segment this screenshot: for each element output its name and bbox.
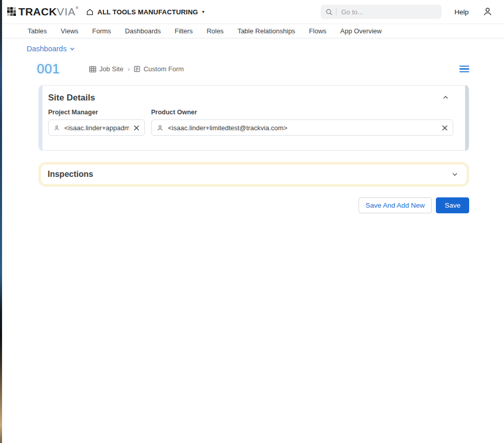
breadcrumb-label: Dashboards: [27, 45, 67, 53]
user-field-icon: [54, 125, 60, 131]
nav-flows[interactable]: Flows: [309, 27, 326, 35]
search-icon: [326, 9, 332, 15]
field-project-manager: Project Manager <isaac.linder+appadmi...: [48, 109, 145, 136]
project-manager-value: <isaac.linder+appadmi...: [65, 124, 129, 132]
user-account-icon[interactable]: [482, 7, 493, 17]
goto-search[interactable]: [321, 5, 442, 19]
trackvia-grid-icon: [7, 7, 16, 16]
chevron-up-icon: [442, 94, 449, 101]
nav-roles[interactable]: Roles: [206, 27, 223, 35]
table-name[interactable]: Job Site: [99, 65, 123, 73]
trackvia-logo[interactable]: TRACKVIA®: [7, 6, 78, 18]
collapse-site-details-button[interactable]: [442, 94, 449, 101]
form-menu-icon[interactable]: [459, 66, 469, 73]
app-window: TRACKVIA® ALL TOOLS MANUFACTURING ▾ Help: [2, 0, 504, 443]
project-manager-label: Project Manager: [48, 109, 145, 116]
app-header: TRACKVIA® ALL TOOLS MANUFACTURING ▾ Help: [2, 0, 504, 24]
nav-filters[interactable]: Filters: [175, 27, 193, 35]
nav-app-overview[interactable]: App Overview: [340, 27, 382, 35]
chevron-down-icon: [69, 46, 75, 52]
nav-forms[interactable]: Forms: [92, 27, 111, 35]
chevron-down-icon: [451, 171, 458, 178]
project-manager-input[interactable]: <isaac.linder+appadmi...: [48, 119, 145, 136]
form-icon: [134, 66, 140, 72]
site-details-title: Site Details: [48, 93, 95, 103]
app-name: ALL TOOLS MANUFACTURING: [97, 8, 198, 16]
brand-wordmark: TRACKVIA®: [18, 6, 78, 18]
record-title-row: 001 Job Site › Custom Form: [37, 61, 469, 77]
breadcrumb-dashboards[interactable]: Dashboards: [27, 45, 75, 53]
product-owner-value: <isaac.linder+limitedtest@trackvia.com>: [168, 124, 287, 132]
page-content: Dashboards 001 Job Site › Custom: [2, 38, 504, 213]
form-name[interactable]: Custom Form: [143, 65, 184, 73]
record-breadcrumb: Job Site › Custom Form: [89, 65, 184, 73]
inspections-title: Inspections: [48, 170, 93, 179]
save-button[interactable]: Save: [436, 197, 469, 213]
app-switcher-caret-icon: ▾: [202, 9, 205, 14]
clear-product-owner-icon[interactable]: [442, 125, 448, 131]
trackvia-app: TRACKVIA® ALL TOOLS MANUFACTURING ▾ Help: [0, 0, 504, 443]
field-product-owner: Product Owner <isaac.linder+limitedtest@…: [151, 109, 453, 136]
app-nav: Tables Views Forms Dashboards Filters Ro…: [2, 24, 504, 38]
crumb-separator: ›: [128, 65, 130, 73]
save-and-add-new-button[interactable]: Save And Add New: [359, 197, 432, 213]
help-link[interactable]: Help: [454, 8, 469, 16]
form-actions: Save And Add New Save: [2, 197, 469, 213]
app-switcher[interactable]: ALL TOOLS MANUFACTURING ▾: [86, 8, 204, 16]
product-owner-label: Product Owner: [151, 109, 453, 116]
search-divider: [336, 8, 337, 16]
nav-tables[interactable]: Tables: [28, 27, 47, 35]
home-icon: [86, 8, 94, 16]
table-icon: [89, 66, 96, 73]
goto-search-input[interactable]: [341, 8, 436, 16]
clear-project-manager-icon[interactable]: [134, 125, 139, 131]
record-title: 001: [37, 61, 60, 77]
user-field-icon: [157, 125, 163, 131]
nav-views[interactable]: Views: [61, 27, 78, 35]
expand-inspections-button[interactable]: [451, 171, 458, 178]
section-site-details: Site Details Project Manager: [38, 85, 469, 151]
nav-dashboards[interactable]: Dashboards: [125, 27, 161, 35]
section-inspections: Inspections: [38, 162, 469, 187]
nav-table-relationships[interactable]: Table Relationships: [238, 27, 296, 35]
product-owner-input[interactable]: <isaac.linder+limitedtest@trackvia.com>: [151, 119, 453, 136]
